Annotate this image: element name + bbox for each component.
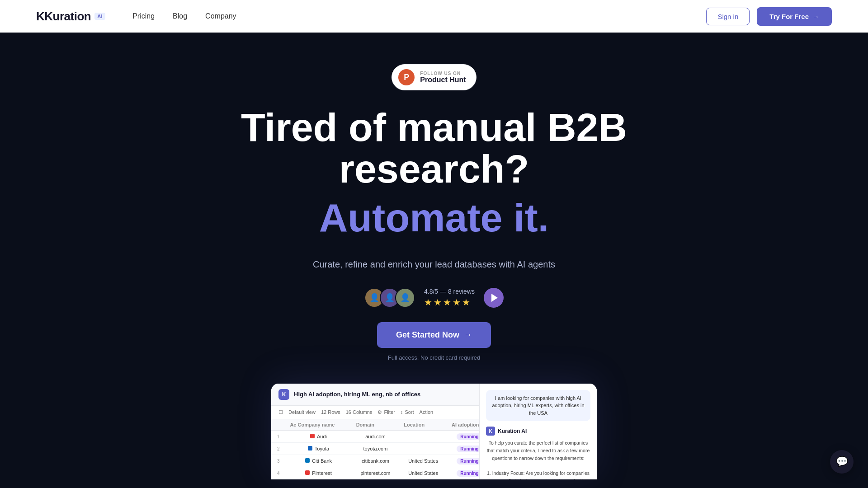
headline-text-1: Tired of manual B2B xyxy=(241,105,627,150)
try-free-label: Try For Free xyxy=(769,13,809,20)
toolbar-sort[interactable]: ↕ Sort xyxy=(401,409,414,415)
navbar: KKuration AI Pricing Blog Company Sign i… xyxy=(0,0,868,33)
get-started-button[interactable]: Get Started Now → xyxy=(377,322,491,348)
row-num-1: 1 xyxy=(271,430,285,442)
try-free-arrow: → xyxy=(812,13,819,20)
avatar-3: 👤 xyxy=(395,288,415,308)
star-2: ★ xyxy=(434,297,442,308)
logo-ai-badge: AI xyxy=(94,13,105,20)
star-3: ★ xyxy=(443,297,451,308)
hero-headline-line1: Tired of manual B2B research? xyxy=(241,107,627,190)
company-name-3: Citi Bank xyxy=(285,455,351,467)
nav-item-blog[interactable]: Blog xyxy=(173,12,187,20)
reviews-info: 4.8/5 — 8 reviews ★ ★ ★ ★ ★ xyxy=(424,288,475,308)
dash-logo: K xyxy=(278,389,289,400)
headline-text-2: research? xyxy=(339,146,529,191)
location-2 xyxy=(399,442,447,455)
dashboard-wrapper: K High AI adoption, hiring ML eng, nb of… xyxy=(271,384,597,479)
product-hunt-icon: P xyxy=(398,69,415,85)
star-4: ★ xyxy=(453,297,461,308)
company-name-1: Audi xyxy=(285,430,351,442)
col-domain[interactable]: Domain xyxy=(352,419,400,431)
navbar-right: Sign in Try For Free → xyxy=(706,7,832,26)
try-free-button[interactable]: Try For Free → xyxy=(757,7,832,26)
chat-bot-name: Kuration AI xyxy=(498,428,527,434)
hero-headline-automate: Automate it. xyxy=(319,195,549,241)
nav-item-company[interactable]: Company xyxy=(205,12,236,20)
row-num-2: 2 xyxy=(271,442,285,455)
toolbar-action[interactable]: Action xyxy=(420,409,434,415)
reviews-score: 4.8/5 — 8 reviews xyxy=(424,288,475,295)
product-hunt-text: FOLLOW US ON Product Hunt xyxy=(420,71,466,84)
toolbar-rows[interactable]: 12 Rows xyxy=(321,409,340,415)
hero-subheadline: Curate, refine and enrich your lead data… xyxy=(313,257,555,272)
chat-bot-header: K Kuration AI xyxy=(486,427,590,436)
domain-4: pinterest.com xyxy=(352,467,400,479)
logo-text: KKuration xyxy=(36,9,91,23)
reviews-row: 👤 👤 👤 4.8/5 — 8 reviews ★ ★ ★ ★ ★ xyxy=(364,288,504,308)
domain-2: toyota.com xyxy=(352,442,400,455)
toolbar-view[interactable]: Default view xyxy=(288,409,316,415)
logo[interactable]: KKuration AI xyxy=(36,9,105,23)
toolbar-columns[interactable]: 16 Columns xyxy=(346,409,373,415)
product-hunt-badge[interactable]: P FOLLOW US ON Product Hunt xyxy=(392,64,476,90)
toolbar-filter[interactable]: ⚙ Filter xyxy=(377,409,395,415)
col-company[interactable]: Ac Company name xyxy=(285,419,351,431)
col-num xyxy=(271,419,285,431)
get-started-arrow: → xyxy=(464,330,472,340)
company-name-4: Pinterest xyxy=(285,467,351,479)
chat-panel: I am looking for companies with high AI … xyxy=(479,384,597,479)
chat-bubble-icon: 💬 xyxy=(836,456,848,468)
nav-link-company[interactable]: Company xyxy=(205,12,236,20)
nav-links: Pricing Blog Company xyxy=(132,12,236,20)
row-num-4: 4 xyxy=(271,467,285,479)
get-started-label: Get Started Now xyxy=(396,330,459,340)
dashboard-preview: K High AI adoption, hiring ML eng, nb of… xyxy=(271,384,597,479)
chat-response: To help you curate the perfect list of c… xyxy=(486,439,590,479)
hero-section: P FOLLOW US ON Product Hunt Tired of man… xyxy=(0,33,868,479)
filter-label: Filter xyxy=(384,409,395,415)
chat-bubble-widget[interactable]: 💬 xyxy=(830,450,854,474)
domain-3: citibank.com xyxy=(352,455,400,467)
toolbar-checkbox: ☐ xyxy=(278,409,283,415)
chat-query: I am looking for companies with high AI … xyxy=(486,390,590,422)
ph-follow-label: FOLLOW US ON xyxy=(420,71,466,76)
ph-name: Product Hunt xyxy=(420,76,466,84)
location-1 xyxy=(399,430,447,442)
col-location[interactable]: Location xyxy=(399,419,447,431)
nav-item-pricing[interactable]: Pricing xyxy=(132,12,155,20)
nav-link-blog[interactable]: Blog xyxy=(173,12,187,20)
domain-1: audi.com xyxy=(352,430,400,442)
row-num-3: 3 xyxy=(271,455,285,467)
no-credit-text: Full access. No credit card required xyxy=(388,354,480,361)
location-3: United States xyxy=(399,455,447,467)
play-button[interactable] xyxy=(484,288,504,308)
dash-title: High AI adoption, hiring ML eng, nb of o… xyxy=(294,391,420,398)
filter-icon: ⚙ xyxy=(377,409,382,415)
chat-bot-logo: K xyxy=(486,427,495,436)
logo-k: K xyxy=(36,9,44,23)
avatar-stack: 👤 👤 👤 xyxy=(364,288,415,308)
star-5: ★ xyxy=(462,297,470,308)
location-4: United States xyxy=(399,467,447,479)
sort-label: Sort xyxy=(405,409,414,415)
company-name-2: Toyota xyxy=(285,442,351,455)
signin-button[interactable]: Sign in xyxy=(706,8,750,25)
sort-icon: ↕ xyxy=(401,409,403,415)
navbar-left: KKuration AI Pricing Blog Company xyxy=(36,9,236,23)
logo-rest: Kuration xyxy=(44,9,91,23)
star-1: ★ xyxy=(424,297,432,308)
play-icon xyxy=(491,294,498,302)
stars-container: ★ ★ ★ ★ ★ xyxy=(424,297,470,308)
nav-link-pricing[interactable]: Pricing xyxy=(132,12,155,20)
